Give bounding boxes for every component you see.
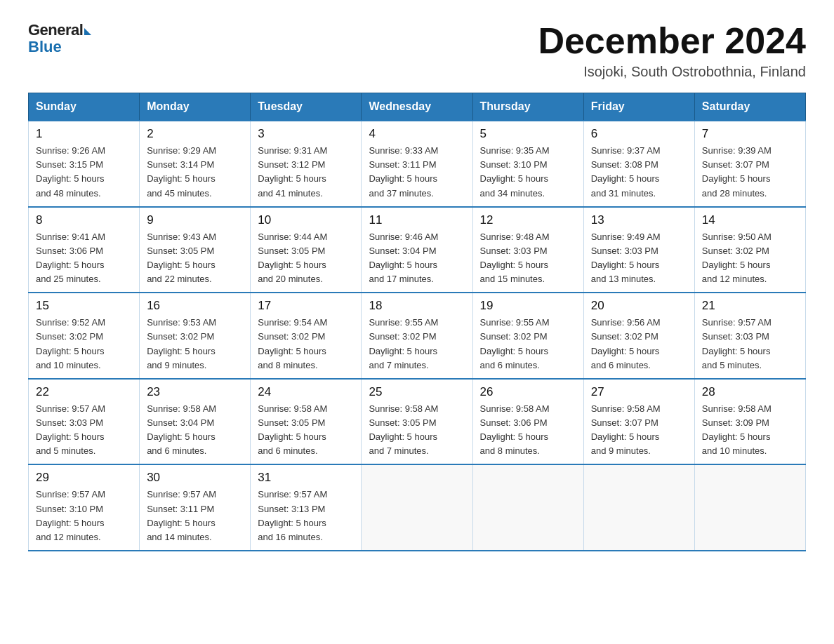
day-info: Sunrise: 9:46 AM Sunset: 3:04 PM Dayligh… bbox=[369, 230, 465, 287]
logo-top: General bbox=[28, 21, 91, 39]
calendar-week-row: 29Sunrise: 9:57 AM Sunset: 3:10 PM Dayli… bbox=[29, 464, 806, 551]
location-subtitle: Isojoki, South Ostrobothnia, Finland bbox=[538, 64, 806, 80]
day-number: 21 bbox=[702, 299, 798, 313]
day-info: Sunrise: 9:57 AM Sunset: 3:11 PM Dayligh… bbox=[147, 488, 243, 544]
calendar-cell: 31Sunrise: 9:57 AM Sunset: 3:13 PM Dayli… bbox=[251, 464, 362, 551]
calendar-cell: 23Sunrise: 9:58 AM Sunset: 3:04 PM Dayli… bbox=[140, 379, 251, 465]
weekday-header-wednesday: Wednesday bbox=[362, 93, 472, 121]
calendar-cell bbox=[362, 464, 472, 551]
calendar-cell: 15Sunrise: 9:52 AM Sunset: 3:02 PM Dayli… bbox=[29, 293, 140, 379]
calendar-cell bbox=[694, 464, 805, 551]
month-title: December 2024 bbox=[538, 21, 806, 61]
day-info: Sunrise: 9:31 AM Sunset: 3:12 PM Dayligh… bbox=[258, 144, 354, 201]
day-info: Sunrise: 9:58 AM Sunset: 3:04 PM Dayligh… bbox=[147, 402, 243, 459]
logo: General Blue bbox=[28, 21, 91, 56]
calendar-cell: 12Sunrise: 9:48 AM Sunset: 3:03 PM Dayli… bbox=[472, 207, 583, 293]
calendar-table: SundayMondayTuesdayWednesdayThursdayFrid… bbox=[28, 93, 806, 551]
day-info: Sunrise: 9:57 AM Sunset: 3:03 PM Dayligh… bbox=[702, 316, 798, 373]
day-info: Sunrise: 9:55 AM Sunset: 3:02 PM Dayligh… bbox=[369, 316, 465, 373]
logo-blue-text: Blue bbox=[28, 38, 62, 56]
day-info: Sunrise: 9:57 AM Sunset: 3:03 PM Dayligh… bbox=[36, 402, 132, 459]
calendar-cell: 5Sunrise: 9:35 AM Sunset: 3:10 PM Daylig… bbox=[472, 121, 583, 207]
day-number: 27 bbox=[591, 385, 687, 399]
calendar-cell: 7Sunrise: 9:39 AM Sunset: 3:07 PM Daylig… bbox=[694, 121, 805, 207]
day-number: 24 bbox=[258, 385, 354, 399]
day-info: Sunrise: 9:56 AM Sunset: 3:02 PM Dayligh… bbox=[591, 316, 687, 373]
calendar-cell: 18Sunrise: 9:55 AM Sunset: 3:02 PM Dayli… bbox=[362, 293, 472, 379]
calendar-cell: 6Sunrise: 9:37 AM Sunset: 3:08 PM Daylig… bbox=[583, 121, 694, 207]
day-number: 30 bbox=[147, 471, 243, 485]
day-number: 3 bbox=[258, 127, 354, 141]
calendar-cell: 2Sunrise: 9:29 AM Sunset: 3:14 PM Daylig… bbox=[140, 121, 251, 207]
day-info: Sunrise: 9:26 AM Sunset: 3:15 PM Dayligh… bbox=[36, 144, 132, 201]
calendar-cell: 24Sunrise: 9:58 AM Sunset: 3:05 PM Dayli… bbox=[251, 379, 362, 465]
day-info: Sunrise: 9:33 AM Sunset: 3:11 PM Dayligh… bbox=[369, 144, 465, 201]
day-number: 25 bbox=[369, 385, 465, 399]
calendar-cell: 3Sunrise: 9:31 AM Sunset: 3:12 PM Daylig… bbox=[251, 121, 362, 207]
weekday-header-thursday: Thursday bbox=[472, 93, 583, 121]
calendar-cell: 21Sunrise: 9:57 AM Sunset: 3:03 PM Dayli… bbox=[694, 293, 805, 379]
day-number: 14 bbox=[702, 213, 798, 227]
day-number: 16 bbox=[147, 299, 243, 313]
day-number: 23 bbox=[147, 385, 243, 399]
day-info: Sunrise: 9:58 AM Sunset: 3:05 PM Dayligh… bbox=[258, 402, 354, 459]
calendar-cell: 20Sunrise: 9:56 AM Sunset: 3:02 PM Dayli… bbox=[583, 293, 694, 379]
calendar-cell: 28Sunrise: 9:58 AM Sunset: 3:09 PM Dayli… bbox=[694, 379, 805, 465]
day-number: 1 bbox=[36, 127, 132, 141]
page-header: General Blue December 2024 Isojoki, Sout… bbox=[28, 21, 806, 80]
day-number: 11 bbox=[369, 213, 465, 227]
day-number: 17 bbox=[258, 299, 354, 313]
calendar-cell: 8Sunrise: 9:41 AM Sunset: 3:06 PM Daylig… bbox=[29, 207, 140, 293]
day-info: Sunrise: 9:53 AM Sunset: 3:02 PM Dayligh… bbox=[147, 316, 243, 373]
calendar-cell: 29Sunrise: 9:57 AM Sunset: 3:10 PM Dayli… bbox=[29, 464, 140, 551]
day-info: Sunrise: 9:58 AM Sunset: 3:06 PM Dayligh… bbox=[480, 402, 576, 459]
day-number: 29 bbox=[36, 471, 132, 485]
day-number: 31 bbox=[258, 471, 354, 485]
day-info: Sunrise: 9:52 AM Sunset: 3:02 PM Dayligh… bbox=[36, 316, 132, 373]
calendar-cell: 9Sunrise: 9:43 AM Sunset: 3:05 PM Daylig… bbox=[140, 207, 251, 293]
calendar-cell: 14Sunrise: 9:50 AM Sunset: 3:02 PM Dayli… bbox=[694, 207, 805, 293]
day-info: Sunrise: 9:54 AM Sunset: 3:02 PM Dayligh… bbox=[258, 316, 354, 373]
day-number: 22 bbox=[36, 385, 132, 399]
day-number: 18 bbox=[369, 299, 465, 313]
day-info: Sunrise: 9:49 AM Sunset: 3:03 PM Dayligh… bbox=[591, 230, 687, 287]
day-number: 10 bbox=[258, 213, 354, 227]
day-number: 6 bbox=[591, 127, 687, 141]
day-info: Sunrise: 9:55 AM Sunset: 3:02 PM Dayligh… bbox=[480, 316, 576, 373]
logo-triangle-icon bbox=[84, 28, 91, 35]
calendar-cell: 22Sunrise: 9:57 AM Sunset: 3:03 PM Dayli… bbox=[29, 379, 140, 465]
calendar-cell: 11Sunrise: 9:46 AM Sunset: 3:04 PM Dayli… bbox=[362, 207, 472, 293]
calendar-cell: 16Sunrise: 9:53 AM Sunset: 3:02 PM Dayli… bbox=[140, 293, 251, 379]
day-info: Sunrise: 9:57 AM Sunset: 3:10 PM Dayligh… bbox=[36, 488, 132, 544]
weekday-header-friday: Friday bbox=[583, 93, 694, 121]
day-number: 15 bbox=[36, 299, 132, 313]
day-info: Sunrise: 9:44 AM Sunset: 3:05 PM Dayligh… bbox=[258, 230, 354, 287]
day-info: Sunrise: 9:35 AM Sunset: 3:10 PM Dayligh… bbox=[480, 144, 576, 201]
calendar-week-row: 15Sunrise: 9:52 AM Sunset: 3:02 PM Dayli… bbox=[29, 293, 806, 379]
day-number: 19 bbox=[480, 299, 576, 313]
calendar-cell: 30Sunrise: 9:57 AM Sunset: 3:11 PM Dayli… bbox=[140, 464, 251, 551]
calendar-cell: 10Sunrise: 9:44 AM Sunset: 3:05 PM Dayli… bbox=[251, 207, 362, 293]
day-info: Sunrise: 9:37 AM Sunset: 3:08 PM Dayligh… bbox=[591, 144, 687, 201]
title-block: December 2024 Isojoki, South Ostrobothni… bbox=[538, 21, 806, 80]
day-number: 7 bbox=[702, 127, 798, 141]
calendar-cell: 27Sunrise: 9:58 AM Sunset: 3:07 PM Dayli… bbox=[583, 379, 694, 465]
calendar-week-row: 1Sunrise: 9:26 AM Sunset: 3:15 PM Daylig… bbox=[29, 121, 806, 207]
day-info: Sunrise: 9:48 AM Sunset: 3:03 PM Dayligh… bbox=[480, 230, 576, 287]
calendar-cell bbox=[583, 464, 694, 551]
weekday-header-monday: Monday bbox=[140, 93, 251, 121]
day-info: Sunrise: 9:29 AM Sunset: 3:14 PM Dayligh… bbox=[147, 144, 243, 201]
calendar-cell: 17Sunrise: 9:54 AM Sunset: 3:02 PM Dayli… bbox=[251, 293, 362, 379]
day-number: 4 bbox=[369, 127, 465, 141]
weekday-header-tuesday: Tuesday bbox=[251, 93, 362, 121]
day-info: Sunrise: 9:58 AM Sunset: 3:07 PM Dayligh… bbox=[591, 402, 687, 459]
day-info: Sunrise: 9:57 AM Sunset: 3:13 PM Dayligh… bbox=[258, 488, 354, 544]
day-number: 12 bbox=[480, 213, 576, 227]
day-number: 13 bbox=[591, 213, 687, 227]
calendar-cell bbox=[472, 464, 583, 551]
day-info: Sunrise: 9:39 AM Sunset: 3:07 PM Dayligh… bbox=[702, 144, 798, 201]
calendar-week-row: 8Sunrise: 9:41 AM Sunset: 3:06 PM Daylig… bbox=[29, 207, 806, 293]
day-number: 2 bbox=[147, 127, 243, 141]
day-number: 9 bbox=[147, 213, 243, 227]
calendar-cell: 1Sunrise: 9:26 AM Sunset: 3:15 PM Daylig… bbox=[29, 121, 140, 207]
